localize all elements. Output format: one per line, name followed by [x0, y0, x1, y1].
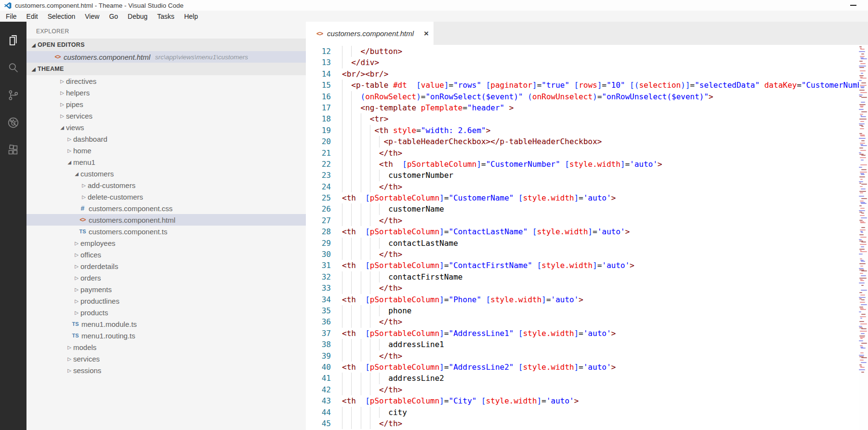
indent-guides — [342, 407, 386, 418]
chevron-expanded-icon: ◢ — [73, 171, 80, 176]
extensions-icon[interactable] — [0, 136, 26, 164]
html-file-icon: <> — [79, 216, 87, 223]
code-line[interactable]: 12</button> — [306, 46, 868, 57]
menu-item-go[interactable]: Go — [104, 13, 123, 20]
open-editor-item[interactable]: <> customers.component.html src\app\view… — [26, 51, 306, 63]
code-editor[interactable]: 12</button>13</div>14<br/><br/>15<p-tabl… — [306, 45, 868, 430]
code-line[interactable]: 20<p-tableHeaderCheckbox></p-tableHeader… — [306, 136, 868, 147]
tree-item-label: customers.component.css — [89, 204, 172, 213]
code-line[interactable]: 13</div> — [306, 57, 868, 68]
menu-item-selection[interactable]: Selection — [43, 13, 80, 20]
minimize-button[interactable] — [850, 5, 856, 6]
tree-folder-menu1[interactable]: ◢menu1 — [26, 156, 306, 168]
indent-guides — [342, 384, 377, 395]
code-line[interactable]: 39</th> — [306, 350, 868, 362]
tree-folder-delete-customers[interactable]: ▷delete-customers — [26, 191, 306, 202]
code-line[interactable]: 21</th> — [306, 148, 868, 159]
close-icon[interactable]: × — [424, 29, 429, 38]
tree-folder-directives[interactable]: ▷directives — [26, 75, 306, 87]
tree-file-customers.component.html[interactable]: <>customers.component.html — [26, 214, 306, 226]
menu-item-help[interactable]: Help — [179, 13, 203, 20]
tree-file-customers.component.css[interactable]: #customers.component.css — [26, 202, 306, 214]
tree-folder-home[interactable]: ▷home — [26, 145, 306, 156]
tree-folder-employees[interactable]: ▷employees — [26, 237, 306, 249]
code-line[interactable]: 18<tr> — [306, 113, 868, 124]
tree-folder-orderdetails[interactable]: ▷orderdetails — [26, 260, 306, 272]
tree-folder-products[interactable]: ▷products — [26, 307, 306, 318]
code-line[interactable]: 43<th [pSortableColumn]="City" [style.wi… — [306, 395, 868, 406]
tree-folder-customers[interactable]: ◢customers — [26, 168, 306, 179]
code-line[interactable]: 44city — [306, 407, 868, 418]
tab-customers-component-html[interactable]: <> customers.component.html × — [306, 22, 434, 45]
code-line[interactable]: 30</th> — [306, 249, 868, 260]
code-line[interactable]: 29contactLastName — [306, 238, 868, 249]
tree-folder-pipes[interactable]: ▷pipes — [26, 98, 306, 110]
debug-icon[interactable] — [0, 109, 26, 136]
title-bar: customers.component.html - Theame - Visu… — [0, 0, 868, 11]
explorer-icon[interactable] — [0, 27, 26, 54]
code-line[interactable]: 37<th [pSortableColumn]="AddressLine1" [… — [306, 328, 868, 339]
code-line[interactable]: 23customerNumber — [306, 170, 868, 181]
code-line[interactable]: 34<th [pSortableColumn]="Phone" [style.w… — [306, 294, 868, 305]
minimap[interactable] — [859, 45, 868, 430]
tree-item-label: orderdetails — [80, 262, 118, 270]
tree-folder-dashboard[interactable]: ▷dashboard — [26, 133, 306, 145]
tree-folder-helpers[interactable]: ▷helpers — [26, 87, 306, 98]
search-icon[interactable] — [0, 54, 26, 81]
code-line[interactable]: 15<p-table #dt [value]="rows" [paginator… — [306, 80, 868, 91]
menu-item-view[interactable]: View — [80, 13, 104, 20]
code-line[interactable]: 41addressLine2 — [306, 373, 868, 384]
tree-folder-sessions[interactable]: ▷sessions — [26, 364, 306, 376]
menu-item-file[interactable]: File — [1, 13, 22, 20]
code-line[interactable]: 45</th> — [306, 418, 868, 429]
code-line[interactable]: 31<th [pSortableColumn]="ContactFirstNam… — [306, 260, 868, 271]
tree-folder-views[interactable]: ◢views — [26, 121, 306, 133]
main-area: EXPLORER ◢ OPEN EDITORS <> customers.com… — [0, 22, 868, 430]
tree-folder-models[interactable]: ▷models — [26, 341, 306, 353]
project-section-header[interactable]: ◢ THEAME — [26, 63, 306, 75]
tree-folder-offices[interactable]: ▷offices — [26, 249, 306, 260]
code-line[interactable]: 26customerName — [306, 203, 868, 215]
code-line[interactable]: 22<th [pSortableColumn]="CustomerNumber"… — [306, 159, 868, 170]
activity-bar — [0, 22, 26, 430]
ts-file-icon: TS — [79, 228, 87, 234]
chevron-collapsed-icon: ▷ — [73, 298, 80, 304]
tree-folder-add-customers[interactable]: ▷add-customers — [26, 179, 306, 191]
code-line[interactable]: 17<ng-template pTemplate="header" > — [306, 102, 868, 113]
menu-item-tasks[interactable]: Tasks — [152, 13, 179, 20]
tree-file-menu1.module.ts[interactable]: TSmenu1.module.ts — [26, 318, 306, 330]
tree-folder-orders[interactable]: ▷orders — [26, 272, 306, 283]
indent-guides — [342, 125, 372, 136]
tree-item-label: directives — [66, 77, 96, 85]
tree-item-label: services — [73, 355, 100, 363]
tree-file-customers.component.ts[interactable]: TScustomers.component.ts — [26, 226, 306, 237]
code-line[interactable]: 28<th [pSortableColumn]="ContactLastName… — [306, 226, 868, 237]
code-line[interactable]: 25<th [pSortableColumn]="CustomerName" [… — [306, 192, 868, 203]
code-line[interactable]: 24</th> — [306, 181, 868, 192]
code-line[interactable]: 36</th> — [306, 316, 868, 327]
code-line[interactable]: 35phone — [306, 305, 868, 316]
tree-file-menu1.routing.ts[interactable]: TSmenu1.routing.ts — [26, 330, 306, 341]
code-line[interactable]: 27</th> — [306, 215, 868, 226]
code-line[interactable]: 38addressLine1 — [306, 339, 868, 350]
code-line[interactable]: 16(onRowSelect)="onRowSelect($event)" (o… — [306, 91, 868, 102]
tree-folder-services[interactable]: ▷services — [26, 353, 306, 364]
tree-folder-services[interactable]: ▷services — [26, 110, 306, 121]
code-line[interactable]: 14<br/><br/> — [306, 68, 868, 80]
menu-item-debug[interactable]: Debug — [123, 13, 152, 20]
tree-folder-productlines[interactable]: ▷productlines — [26, 295, 306, 307]
open-editors-header[interactable]: ◢ OPEN EDITORS — [26, 39, 306, 51]
tree-item-label: services — [66, 112, 92, 120]
code-line[interactable]: 33</th> — [306, 282, 868, 294]
menu-item-edit[interactable]: Edit — [22, 13, 43, 20]
tree-item-label: views — [66, 123, 84, 132]
code-line[interactable]: 19<th style="width: 2.6em"> — [306, 125, 868, 136]
source-control-icon[interactable] — [0, 81, 26, 109]
code-line[interactable]: 32contactFirstName — [306, 271, 868, 282]
tree-item-label: dashboard — [73, 135, 107, 143]
line-number: 40 — [306, 362, 331, 373]
tree-folder-payments[interactable]: ▷payments — [26, 283, 306, 295]
code-line[interactable]: 40<th [pSortableColumn]="AddressLine2" [… — [306, 362, 868, 373]
html-file-icon: <> — [53, 54, 62, 60]
code-line[interactable]: 42</th> — [306, 384, 868, 395]
